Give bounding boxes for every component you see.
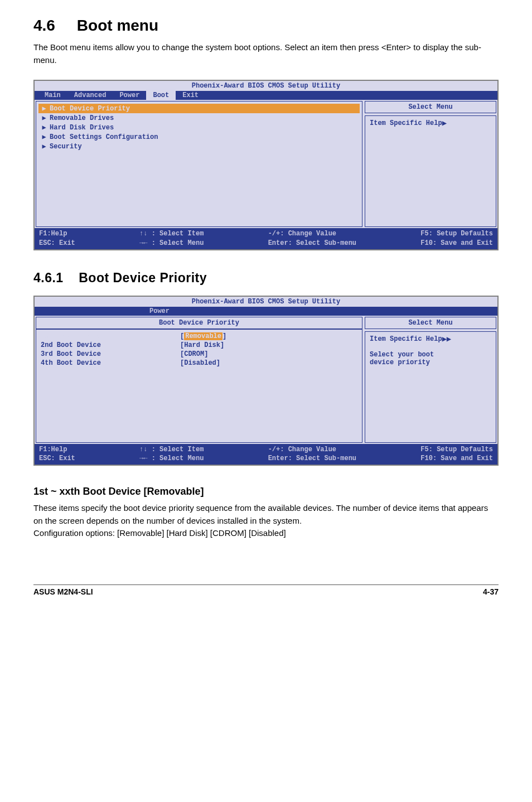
subsection-name: Boot Device Priority <box>79 270 207 285</box>
boot-device-2[interactable]: 2nd Boot Device [Hard Disk] <box>41 341 357 350</box>
option-description-1: These items specify the boot device prio… <box>33 502 499 527</box>
key-hint-f5: F5: Setup Defaults <box>420 229 493 239</box>
device-value: [Hard Disk] <box>180 341 224 349</box>
device-label: 2nd Boot Device <box>41 341 180 349</box>
tab-exit[interactable]: Exit <box>176 91 205 100</box>
key-hint-f10: F10: Save and Exit <box>420 454 493 463</box>
device-label: 4th Boot Device <box>41 359 180 367</box>
menu-item-label: Boot Device Priority <box>50 105 130 113</box>
tab-power[interactable]: Power <box>38 307 176 316</box>
bios-footer: F1:Help ESC: Exit ↑↓ : Select Item →← : … <box>35 228 497 249</box>
submenu-arrow-icon: ▶ <box>38 114 50 122</box>
key-hint-select-menu: →← : Select Menu <box>139 454 204 463</box>
menu-item-hard-disk-drives[interactable]: ▶ Hard Disk Drives <box>38 123 360 132</box>
device-value: [CDROM] <box>180 350 208 358</box>
submenu-arrow-icon: ▶ <box>38 133 50 141</box>
key-hint-select-item: ↑↓ : Select Item <box>139 229 204 239</box>
help-arrow-icon: ▶ <box>442 120 447 126</box>
menu-item-security[interactable]: ▶ Security <box>38 142 360 151</box>
option-title: 1st ~ xxth Boot Device [Removable] <box>33 486 499 497</box>
bios-title: Phoenix-Award BIOS CMOS Setup Utility <box>35 81 497 91</box>
submenu-arrow-icon: ▶ <box>38 142 50 151</box>
bios-footer: F1:Help ESC: Exit ↑↓ : Select Item →← : … <box>35 444 497 465</box>
help-panel: Item Specific Help▶▶ Select your boot de… <box>365 331 496 443</box>
key-hint-select-item: ↑↓ : Select Item <box>139 445 204 455</box>
tab-advanced[interactable]: Advanced <box>67 91 113 100</box>
bios-main-window: Phoenix-Award BIOS CMOS Setup Utility Ma… <box>33 80 499 250</box>
bios-tab-bar: Main Advanced Power Boot Exit <box>35 91 497 100</box>
boot-device-4[interactable]: 4th Boot Device [Disabled] <box>41 359 357 368</box>
bios-sub-window: Phoenix-Award BIOS CMOS Setup Utility Po… <box>33 296 499 466</box>
key-hint-f1: F1:Help <box>39 445 75 455</box>
page-footer: ASUS M2N4-SLI 4-37 <box>33 584 499 596</box>
help-text-line1: Item Specific Help <box>370 335 442 343</box>
key-hint-select-menu: →← : Select Menu <box>139 239 204 248</box>
submenu-arrow-icon: ▶ <box>38 123 50 132</box>
tab-main[interactable]: Main <box>38 91 67 100</box>
menu-item-boot-priority[interactable]: ▶ Boot Device Priority <box>38 104 360 113</box>
help-text-line2: Select your boot <box>370 351 491 359</box>
key-hint-esc: ESC: Exit <box>39 454 75 463</box>
panel-title: Boot Device Priority <box>36 317 362 329</box>
option-description-2: Configuration options: [Removable] [Hard… <box>33 527 499 540</box>
footer-page-number: 4-37 <box>483 587 499 596</box>
key-hint-f1: F1:Help <box>39 229 75 239</box>
help-text: Item Specific Help <box>370 119 442 127</box>
key-hint-f5: F5: Setup Defaults <box>420 445 493 455</box>
subsection-number: 4.6.1 <box>33 270 64 285</box>
bios-sub-panel: Boot Device Priority 1st Boot Device [Re… <box>36 317 362 443</box>
menu-item-label: Security <box>50 143 82 151</box>
help-panel: Item Specific Help▶ <box>365 115 496 227</box>
section-heading: 4.6 Boot menu The Boot menu items allow … <box>33 17 499 66</box>
key-hint-enter: Enter: Select Sub-menu <box>268 239 356 248</box>
footer-product: ASUS M2N4-SLI <box>33 587 93 596</box>
tab-power[interactable]: Power <box>113 91 146 100</box>
key-hint-f10: F10: Save and Exit <box>420 239 493 248</box>
key-hint-change: -/+: Change Value <box>268 445 356 455</box>
select-menu-label: Select Menu <box>365 317 496 329</box>
select-menu-label: Select Menu <box>365 101 496 113</box>
section-description: The Boot menu items allow you to change … <box>33 41 499 66</box>
key-hint-change: -/+: Change Value <box>268 229 356 239</box>
section-name: Boot menu <box>77 17 158 34</box>
device-value: [Disabled] <box>180 359 220 367</box>
device-label: 3rd Boot Device <box>41 350 180 358</box>
key-hint-esc: ESC: Exit <box>39 239 75 248</box>
subsection-heading: 4.6.1 Boot Device Priority <box>33 270 499 286</box>
boot-device-1[interactable]: 1st Boot Device [Removable] <box>41 332 357 341</box>
boot-device-3[interactable]: 3rd Boot Device [CDROM] <box>41 350 357 359</box>
submenu-arrow-icon: ▶ <box>38 104 50 113</box>
tab-boot[interactable]: Boot <box>146 91 176 100</box>
section-number: 4.6 <box>33 17 55 34</box>
key-hint-enter: Enter: Select Sub-menu <box>268 454 356 463</box>
device-value: [Removable] <box>180 332 226 340</box>
menu-item-label: Removable Drives <box>50 114 114 122</box>
menu-item-label: Hard Disk Drives <box>50 124 114 132</box>
help-text-line3: device priority <box>370 359 491 366</box>
menu-item-removable-drives[interactable]: ▶ Removable Drives <box>38 113 360 123</box>
bios-tab-bar: Power <box>35 307 497 316</box>
device-label: 1st Boot Device <box>41 332 180 340</box>
bios-title: Phoenix-Award BIOS CMOS Setup Utility <box>35 297 497 307</box>
bios-menu-panel: ▶ Boot Device Priority ▶ Removable Drive… <box>36 101 362 227</box>
menu-item-boot-settings[interactable]: ▶ Boot Settings Configuration <box>38 132 360 142</box>
menu-item-label: Boot Settings Configuration <box>50 133 158 141</box>
help-arrow-icon: ▶▶ <box>442 336 451 342</box>
